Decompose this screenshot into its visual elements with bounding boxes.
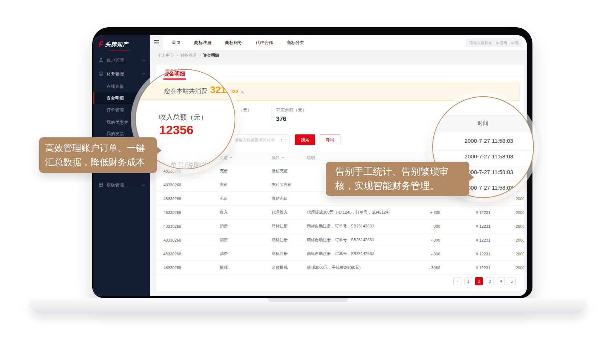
breadcrumb-current: 资金明细 [203,53,219,57]
stat-available-balance: 可用余额（元） 376 [276,107,307,123]
cell-type: 消费 [220,251,272,256]
cell-amount: - 3060 [416,266,440,270]
export-button[interactable]: 导出 [320,134,340,145]
cell-desc: 商标自助注册，订单号：SB2514263J [307,223,416,229]
breadcrumb-separator: > [198,53,200,57]
magnified-income-value: 12356 [159,123,194,137]
cell-type: 充值 [220,182,272,187]
template-icon [98,182,104,187]
breadcrumb-item[interactable]: 个人中心 [158,53,174,57]
cell-order: 48330268 [163,238,220,242]
sidebar-item-label: 我的优惠券 [106,116,128,129]
sidebar-item-templates[interactable]: 模板管理 [93,179,150,191]
cell-type: 消费 [220,237,272,243]
breadcrumb-separator: > [176,53,178,57]
cell-time: 2000-7-27 11:58:03 [490,238,524,242]
callout-left-text: 高效管理账户订单、一键汇总数据，降低财务成本 [45,143,145,167]
table-row[interactable]: 48330268消费商标注册商标自助注册，订单号：SB2514263J- 300… [156,247,524,261]
cell-balance: ¥ 12231 [440,252,490,256]
cell-project: 代理收入 [272,210,307,215]
sidebar-item-recharge[interactable]: 在线充值 [93,80,150,93]
magnified-banner-prefix: 您在本站共消费 [164,87,207,95]
brand-tagline [109,50,130,51]
sidebar-item-label: 账户管理 [106,54,124,66]
date-filter-input[interactable] [231,134,289,145]
stat-col2-label: （元） [239,107,252,113]
cell-order: 48330268 [163,183,220,187]
cell-project: 余额提现 [272,265,307,270]
sidebar-item-label: 模板管理 [106,179,124,191]
page-button-4[interactable]: 4 [497,277,505,285]
cell-desc: 提现3000元，手续费2%(60元) [307,265,416,270]
sidebar-item-label: 在线充值 [106,80,124,93]
cell-type: 提现 [220,265,272,270]
top-nav-links: 首页 商标注册 商标服务 代理合作 商标分类 [172,35,304,50]
nav-item-trademark-services[interactable]: 商标服务 [225,40,242,46]
cell-type: 收入 [220,210,272,215]
top-navbar: 首页 商标注册 商标服务 代理合作 商标分类 [150,35,527,50]
table-row[interactable]: 48330268消费商标注册商标自助注册，订单号：SB2514263J- 300… [156,219,524,233]
cell-project: 商标注册 [272,237,307,243]
consumption-amount-small: 820 [230,89,238,94]
table-header-desc: 说明 [307,155,416,161]
callout-tail-icon [157,146,162,154]
nav-item-home[interactable]: 首页 [172,40,181,46]
sidebar-item-label: 订单管理 [106,104,124,116]
table-row[interactable]: 48330268收入代理收入代理提成300元（ID:1245，订单号：SB451… [156,206,524,219]
prev-page-button[interactable]: ‹ [453,277,461,285]
row-divider [433,150,533,151]
table-row[interactable]: 48330268消费商标注册商标自助注册，订单号：SB2514263J- 300… [156,233,524,247]
brand-name: 头牌知产 [105,41,128,48]
page-button-1[interactable]: 1 [464,277,472,285]
chevron-down-icon [142,58,146,62]
table-header-type[interactable]: 类型 [220,155,272,161]
screenshot-canvas: F 头牌知产 账户管理 财务管理 [0,0,616,364]
cell-type: 消费 [220,223,272,229]
cell-balance: ¥ 12231 [440,238,490,242]
table-row[interactable]: 48330268提现余额提现提现3000元，手续费2%(60元)- 3060¥ … [156,261,524,275]
callout-right-text: 告别手工统计、告别繁琐审核，实现智能财务管理。 [335,166,449,191]
page-button-5[interactable]: 5 [508,277,516,285]
nav-item-agency[interactable]: 代理合作 [256,40,273,46]
cell-desc: 代理提成300元（ID:1245，订单号：SB45124） [307,210,416,215]
cell-type: 充值 [220,168,272,174]
hamburger-bar [154,44,159,44]
chevron-up-icon [142,73,146,77]
cell-order: 48330268 [163,169,220,173]
cell-time: 2000-7-27 11:58:03 [490,224,524,228]
laptop-base [29,298,587,314]
cell-project: 商标注册 [272,251,307,256]
consumption-suffix: 元 [240,89,244,94]
cell-project: 微信充值 [272,168,307,174]
stat-divider [271,105,272,121]
breadcrumb-item[interactable]: 财务管理 [180,53,196,57]
page-button-2-active[interactable]: 2 [475,277,483,285]
cell-project: 商标注册 [272,223,307,229]
table-header-project[interactable]: 项目 [272,155,307,161]
callout-right: 告别手工统计、告别繁琐审核，实现智能财务管理。 [326,162,469,196]
calendar-icon[interactable] [281,138,286,142]
page-button-3[interactable]: 3 [486,277,494,285]
global-search-input[interactable] [466,38,522,47]
date-filter-wrap [231,134,289,145]
cell-time: 2000-7-27 11:58:03 [490,266,524,270]
sidebar-item-account[interactable]: 账户管理 [93,54,150,66]
brand-logo[interactable]: F 头牌知产 [98,40,128,48]
sidebar-item-finance[interactable]: 财务管理 [93,68,150,80]
user-icon [98,58,104,63]
cell-order: 48330268 [163,197,220,201]
hamburger-menu-button[interactable] [150,35,163,50]
magnified-tab-underline [163,78,186,80]
magnified-time-value: 2000-7-27 11:58:03 [465,185,513,191]
search-button[interactable]: 搜索 [295,134,315,145]
cell-amount: + 300 [416,210,440,215]
cell-desc: 商标自助注册，订单号：SB2514263J [307,237,416,243]
cell-order: 48330268 [163,224,220,228]
sort-caret-icon [230,157,232,160]
cell-balance: ¥ 12231 [440,210,490,215]
hamburger-bar [154,42,159,43]
nav-item-trademark-classes[interactable]: 商标分类 [287,40,304,46]
magnified-income-label: 收入总额（元） [159,113,207,122]
laptop-base-notch [268,298,348,302]
nav-item-trademark-register[interactable]: 商标注册 [194,40,211,46]
